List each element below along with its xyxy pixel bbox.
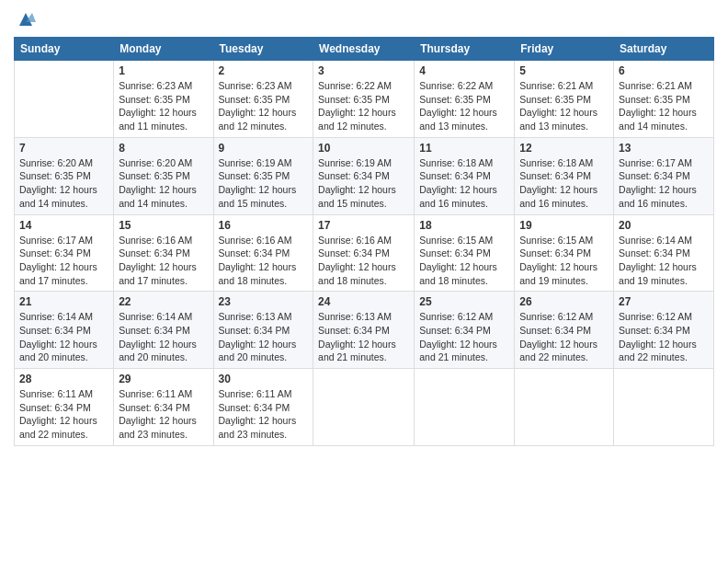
day-number: 6 [619,64,709,77]
day-number: 4 [419,64,509,77]
day-number: 2 [219,64,309,77]
day-info: Sunrise: 6:13 AMSunset: 6:34 PMDaylight:… [318,310,409,364]
calendar-cell: 22Sunrise: 6:14 AMSunset: 6:34 PMDayligh… [114,292,213,369]
calendar-weekday-friday: Friday [515,38,614,61]
calendar-cell: 28Sunrise: 6:11 AMSunset: 6:34 PMDayligh… [15,369,114,446]
day-number: 11 [419,142,509,155]
day-info: Sunrise: 6:11 AMSunset: 6:34 PMDaylight:… [119,387,208,442]
calendar-cell: 10Sunrise: 6:19 AMSunset: 6:34 PMDayligh… [313,137,415,214]
calendar-cell: 5Sunrise: 6:21 AMSunset: 6:35 PMDaylight… [515,61,614,138]
day-info: Sunrise: 6:21 AMSunset: 6:35 PMDaylight:… [619,79,709,133]
day-info: Sunrise: 6:12 AMSunset: 6:34 PMDaylight:… [519,310,609,364]
calendar-cell: 29Sunrise: 6:11 AMSunset: 6:34 PMDayligh… [114,369,213,446]
calendar-cell: 1Sunrise: 6:23 AMSunset: 6:35 PMDaylight… [114,61,213,138]
calendar-cell: 21Sunrise: 6:14 AMSunset: 6:34 PMDayligh… [15,292,114,369]
day-number: 17 [318,219,409,232]
calendar-cell: 4Sunrise: 6:22 AMSunset: 6:35 PMDaylight… [415,61,515,138]
calendar-week-row: 1Sunrise: 6:23 AMSunset: 6:35 PMDaylight… [15,61,714,138]
day-number: 29 [119,373,208,385]
calendar-cell: 14Sunrise: 6:17 AMSunset: 6:34 PMDayligh… [15,214,114,292]
day-info: Sunrise: 6:18 AMSunset: 6:34 PMDaylight:… [419,156,509,211]
calendar-cell: 30Sunrise: 6:11 AMSunset: 6:34 PMDayligh… [213,369,313,446]
calendar-header-row: SundayMondayTuesdayWednesdayThursdayFrid… [15,38,714,61]
calendar-weekday-thursday: Thursday [415,38,515,61]
day-number: 18 [419,219,509,232]
calendar-cell: 25Sunrise: 6:12 AMSunset: 6:34 PMDayligh… [415,292,515,369]
logo-icon [16,9,36,29]
calendar-table: SundayMondayTuesdayWednesdayThursdayFrid… [14,37,714,446]
day-number: 26 [519,295,609,308]
day-info: Sunrise: 6:15 AMSunset: 6:34 PMDaylight:… [519,234,609,288]
day-info: Sunrise: 6:21 AMSunset: 6:35 PMDaylight:… [519,79,609,133]
day-number: 9 [219,142,309,155]
logo [14,9,38,29]
day-info: Sunrise: 6:20 AMSunset: 6:35 PMDaylight:… [19,156,108,211]
header [14,9,714,29]
day-info: Sunrise: 6:23 AMSunset: 6:35 PMDaylight:… [219,79,309,133]
day-number: 22 [119,295,208,308]
day-number: 30 [219,373,309,385]
page: SundayMondayTuesdayWednesdayThursdayFrid… [0,0,728,563]
day-info: Sunrise: 6:17 AMSunset: 6:34 PMDaylight:… [619,156,709,211]
day-info: Sunrise: 6:16 AMSunset: 6:34 PMDaylight:… [318,234,409,288]
calendar-weekday-sunday: Sunday [15,38,114,61]
calendar-cell: 18Sunrise: 6:15 AMSunset: 6:34 PMDayligh… [415,214,515,292]
day-number: 8 [119,142,208,155]
calendar-cell: 19Sunrise: 6:15 AMSunset: 6:34 PMDayligh… [515,214,614,292]
day-number: 19 [519,219,609,232]
calendar-cell: 15Sunrise: 6:16 AMSunset: 6:34 PMDayligh… [114,214,213,292]
calendar-cell [313,369,415,446]
day-number: 10 [318,142,409,155]
day-number: 24 [318,295,409,308]
calendar-cell: 2Sunrise: 6:23 AMSunset: 6:35 PMDaylight… [213,61,313,138]
calendar-weekday-wednesday: Wednesday [313,38,415,61]
day-info: Sunrise: 6:16 AMSunset: 6:34 PMDaylight:… [119,234,208,288]
calendar-week-row: 21Sunrise: 6:14 AMSunset: 6:34 PMDayligh… [15,292,714,369]
calendar-cell: 23Sunrise: 6:13 AMSunset: 6:34 PMDayligh… [213,292,313,369]
day-info: Sunrise: 6:22 AMSunset: 6:35 PMDaylight:… [419,79,509,133]
calendar-cell: 6Sunrise: 6:21 AMSunset: 6:35 PMDaylight… [614,61,714,138]
day-info: Sunrise: 6:14 AMSunset: 6:34 PMDaylight:… [119,310,208,364]
calendar-cell: 16Sunrise: 6:16 AMSunset: 6:34 PMDayligh… [213,214,313,292]
day-info: Sunrise: 6:19 AMSunset: 6:34 PMDaylight:… [318,156,409,211]
day-info: Sunrise: 6:20 AMSunset: 6:35 PMDaylight:… [119,156,208,211]
calendar-cell: 27Sunrise: 6:12 AMSunset: 6:34 PMDayligh… [614,292,714,369]
day-info: Sunrise: 6:12 AMSunset: 6:34 PMDaylight:… [619,310,709,364]
day-info: Sunrise: 6:17 AMSunset: 6:34 PMDaylight:… [19,234,108,288]
day-number: 12 [519,142,609,155]
calendar-cell: 12Sunrise: 6:18 AMSunset: 6:34 PMDayligh… [515,137,614,214]
day-info: Sunrise: 6:14 AMSunset: 6:34 PMDaylight:… [19,310,108,364]
calendar-cell [515,369,614,446]
day-number: 7 [19,142,108,155]
calendar-cell [614,369,714,446]
day-number: 1 [119,64,208,77]
day-number: 23 [219,295,309,308]
day-number: 25 [419,295,509,308]
day-number: 13 [619,142,709,155]
day-number: 16 [219,219,309,232]
logo-text [14,9,36,29]
calendar-week-row: 28Sunrise: 6:11 AMSunset: 6:34 PMDayligh… [15,369,714,446]
day-number: 27 [619,295,709,308]
calendar-week-row: 14Sunrise: 6:17 AMSunset: 6:34 PMDayligh… [15,214,714,292]
calendar-cell: 8Sunrise: 6:20 AMSunset: 6:35 PMDaylight… [114,137,213,214]
calendar-cell: 26Sunrise: 6:12 AMSunset: 6:34 PMDayligh… [515,292,614,369]
calendar-cell: 24Sunrise: 6:13 AMSunset: 6:34 PMDayligh… [313,292,415,369]
calendar-cell: 9Sunrise: 6:19 AMSunset: 6:35 PMDaylight… [213,137,313,214]
day-info: Sunrise: 6:19 AMSunset: 6:35 PMDaylight:… [219,156,309,211]
day-number: 20 [619,219,709,232]
calendar-cell: 3Sunrise: 6:22 AMSunset: 6:35 PMDaylight… [313,61,415,138]
day-number: 3 [318,64,409,77]
calendar-weekday-saturday: Saturday [614,38,714,61]
day-info: Sunrise: 6:14 AMSunset: 6:34 PMDaylight:… [619,234,709,288]
day-number: 21 [19,295,108,308]
day-info: Sunrise: 6:22 AMSunset: 6:35 PMDaylight:… [318,79,409,133]
calendar-weekday-monday: Monday [114,38,213,61]
calendar-cell: 11Sunrise: 6:18 AMSunset: 6:34 PMDayligh… [415,137,515,214]
calendar-week-row: 7Sunrise: 6:20 AMSunset: 6:35 PMDaylight… [15,137,714,214]
calendar-cell: 7Sunrise: 6:20 AMSunset: 6:35 PMDaylight… [15,137,114,214]
day-info: Sunrise: 6:16 AMSunset: 6:34 PMDaylight:… [219,234,309,288]
day-number: 15 [119,219,208,232]
day-number: 28 [19,373,108,385]
day-info: Sunrise: 6:11 AMSunset: 6:34 PMDaylight:… [19,387,108,442]
